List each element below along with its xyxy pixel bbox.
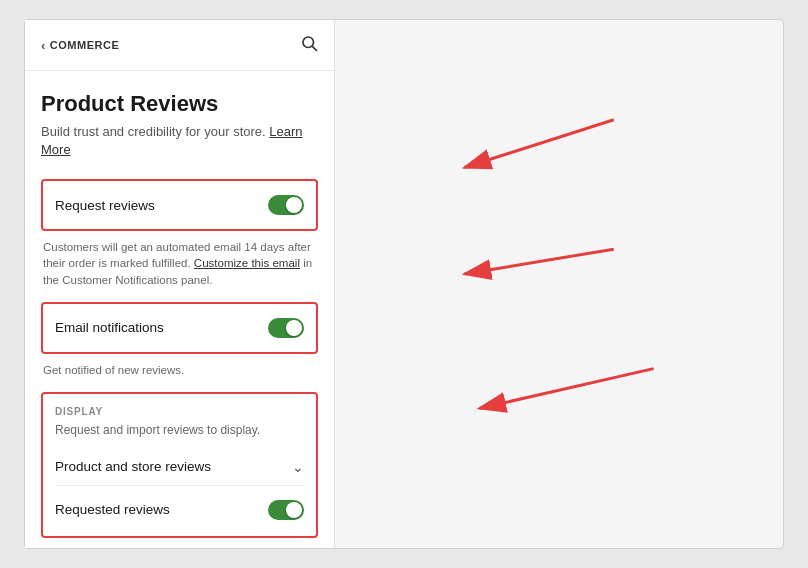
dropdown-label: Product and store reviews bbox=[55, 459, 211, 474]
content-area: Product Reviews Build trust and credibil… bbox=[25, 71, 334, 548]
email-notifications-row: Email notifications bbox=[41, 302, 318, 354]
subtitle-text: Build trust and credibility for your sto… bbox=[41, 124, 266, 139]
request-reviews-toggle[interactable] bbox=[268, 195, 304, 215]
request-reviews-helper: Customers will get an automated email 14… bbox=[41, 239, 318, 287]
requested-reviews-label: Requested reviews bbox=[55, 502, 170, 517]
display-subtitle: Request and import reviews to display. bbox=[55, 423, 304, 437]
display-section-label: DISPLAY bbox=[55, 406, 304, 417]
page-subtitle: Build trust and credibility for your sto… bbox=[41, 123, 318, 159]
right-panel bbox=[335, 20, 783, 548]
top-bar: ‹ COMMERCE bbox=[25, 20, 334, 71]
imported-reviews-row: Imported reviews bbox=[41, 546, 318, 548]
page-title: Product Reviews bbox=[41, 91, 318, 117]
back-link[interactable]: ‹ COMMERCE bbox=[41, 38, 119, 53]
request-reviews-row: Request reviews bbox=[41, 179, 318, 231]
requested-reviews-toggle[interactable] bbox=[268, 500, 304, 520]
main-container: ‹ COMMERCE Product Reviews Build trust a… bbox=[24, 19, 784, 549]
left-panel: ‹ COMMERCE Product Reviews Build trust a… bbox=[25, 20, 335, 548]
product-store-reviews-dropdown[interactable]: Product and store reviews ⌄ bbox=[55, 449, 304, 486]
request-reviews-label: Request reviews bbox=[55, 198, 155, 213]
email-notifications-toggle[interactable] bbox=[268, 318, 304, 338]
customize-email-link[interactable]: Customize this email bbox=[194, 257, 300, 269]
chevron-down-icon: ⌄ bbox=[292, 459, 304, 475]
email-notifications-helper: Get notified of new reviews. bbox=[41, 362, 318, 378]
back-label: COMMERCE bbox=[50, 39, 119, 51]
svg-line-1 bbox=[312, 46, 316, 50]
display-section: DISPLAY Request and import reviews to di… bbox=[41, 392, 318, 538]
arrows-svg bbox=[335, 20, 783, 548]
back-chevron-icon: ‹ bbox=[41, 38, 46, 53]
requested-reviews-row: Requested reviews bbox=[55, 496, 304, 524]
email-notifications-label: Email notifications bbox=[55, 320, 164, 335]
search-button[interactable] bbox=[300, 34, 318, 56]
